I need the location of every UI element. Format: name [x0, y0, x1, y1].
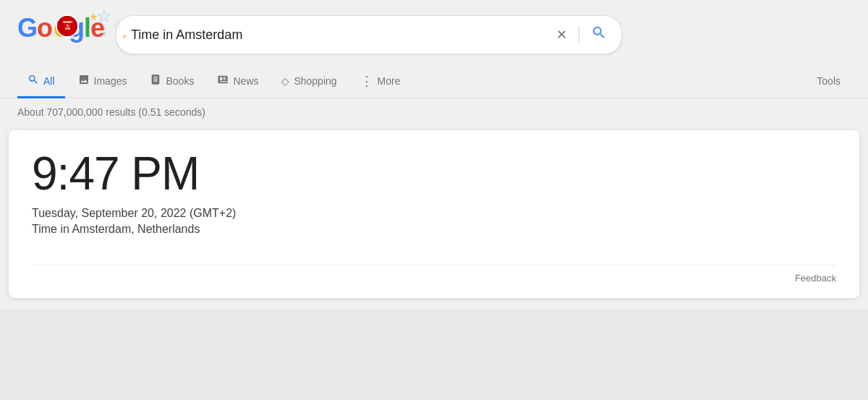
vote-badge-inner: REGISTER TO VOTE!	[57, 16, 77, 36]
card-wrapper: 9:47 PM Tuesday, September 20, 2022 (GMT…	[0, 127, 868, 310]
clear-icon[interactable]: ✕	[556, 27, 567, 43]
news-nav-icon	[217, 74, 229, 88]
logo-g: G	[17, 13, 37, 43]
page-wrapper: G o REGISTER TO VOTE! o g l e	[0, 0, 868, 310]
tab-more-label: More	[378, 75, 401, 87]
logo-area: G o REGISTER TO VOTE! o g l e	[17, 13, 104, 56]
logo-l: l	[84, 13, 90, 43]
vote-badge: REGISTER TO VOTE!	[56, 14, 79, 38]
results-area: About 707,000,000 results (0.51 seconds)	[0, 98, 868, 127]
search-input[interactable]: Time in Amsterdam	[131, 27, 548, 43]
tab-news-label: News	[233, 75, 258, 87]
google-logo[interactable]: G o REGISTER TO VOTE! o g l e	[17, 13, 104, 43]
page: { "header": { "logo_text": "Google", "se…	[0, 0, 868, 400]
tab-shopping-label: Shopping	[294, 75, 336, 87]
tab-books-label: Books	[166, 75, 194, 87]
tab-more[interactable]: ⋮ More	[350, 66, 411, 98]
images-nav-icon	[78, 74, 90, 88]
nav-bar: All Images Books	[0, 65, 868, 98]
logo-o1: o	[37, 13, 52, 43]
time-display: 9:47 PM	[32, 150, 836, 197]
tab-books[interactable]: Books	[140, 65, 204, 98]
search-nav-icon	[27, 74, 39, 88]
date-line: Tuesday, September 20, 2022 (GMT+2)	[32, 207, 836, 220]
results-count: About 707,000,000 results (0.51 seconds)	[17, 106, 205, 118]
tab-images-label: Images	[94, 75, 127, 87]
search-icon[interactable]	[591, 25, 607, 45]
more-dots-icon: ⋮	[360, 75, 373, 88]
vote-text-3: VOTE!	[64, 27, 69, 31]
location-line: Time in Amsterdam, Netherlands	[32, 223, 836, 236]
tab-all[interactable]: All	[17, 65, 65, 98]
logo-o1-wrapper: o REGISTER TO VOTE!	[37, 13, 54, 43]
tools-label: Tools	[817, 75, 841, 87]
search-bar-wrapper: Time in Amsterdam ✕	[116, 15, 622, 54]
feedback-link[interactable]: Feedback	[795, 273, 836, 284]
tab-news[interactable]: News	[207, 65, 268, 98]
tab-shopping[interactable]: ◇ Shopping	[271, 67, 346, 98]
books-nav-icon	[150, 74, 161, 88]
logo-e: e	[90, 13, 104, 43]
search-divider	[579, 26, 579, 43]
time-result-card: 9:47 PM Tuesday, September 20, 2022 (GMT…	[9, 130, 859, 298]
card-footer: Feedback	[32, 265, 836, 284]
tab-all-label: All	[43, 75, 55, 87]
tools-button[interactable]: Tools	[807, 67, 851, 98]
header: G o REGISTER TO VOTE! o g l e	[0, 0, 868, 65]
tab-images[interactable]: Images	[68, 65, 137, 98]
search-bar[interactable]: Time in Amsterdam ✕	[116, 15, 622, 54]
shopping-nav-icon: ◇	[281, 75, 289, 87]
